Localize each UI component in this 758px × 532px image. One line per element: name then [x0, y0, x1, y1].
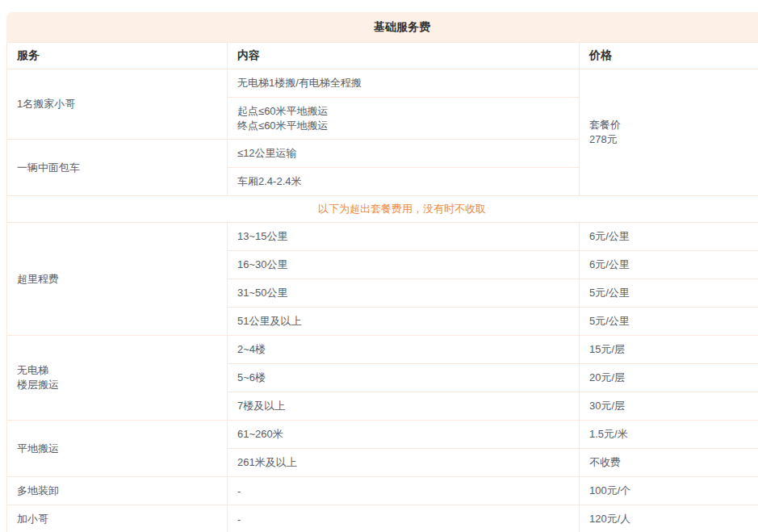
service-name: 多地装卸: [7, 477, 228, 505]
content-cell: 无电梯1楼搬/有电梯全程搬: [228, 69, 580, 98]
content-cell: -: [228, 477, 580, 505]
price-cell: 5元/公里: [580, 279, 758, 308]
price-cell: 6元/公里: [580, 251, 758, 279]
content-cell: ≤12公里运输: [228, 140, 580, 168]
service-name: 1名搬家小哥: [7, 69, 228, 140]
content-cell: 261米及以上: [228, 449, 580, 477]
service-name: 无电梯 楼层搬运: [7, 336, 228, 421]
table-row: 平地搬运 61~260米 1.5元/米: [7, 421, 758, 449]
pricing-page: 基础服务费 服务 内容 价格 1名搬家小哥 无电梯1楼搬/有电梯全程搬 套餐价 …: [0, 0, 758, 532]
content-cell: -: [228, 505, 580, 532]
banner-row: 以下为超出套餐费用，没有时不收取: [7, 196, 758, 223]
column-header-service: 服务: [7, 43, 228, 69]
package-price-cell: 套餐价 278元: [580, 69, 758, 196]
price-cell: 6元/公里: [580, 223, 758, 251]
content-cell: 31~50公里: [228, 279, 580, 308]
price-cell: 1.5元/米: [580, 421, 758, 449]
content-cell: 车厢2.4-2.4米: [228, 168, 580, 196]
price-cell: 30元/层: [580, 392, 758, 421]
service-name: 一辆中面包车: [7, 140, 228, 196]
pricing-table-container: 基础服务费 服务 内容 价格 1名搬家小哥 无电梯1楼搬/有电梯全程搬 套餐价 …: [6, 12, 758, 532]
service-name: 超里程费: [7, 223, 228, 336]
price-cell: 20元/层: [580, 364, 758, 392]
content-cell: 5~6楼: [228, 364, 580, 392]
content-cell: 7楼及以上: [228, 392, 580, 421]
content-cell: 起点≤60米平地搬运 终点≤60米平地搬运: [228, 98, 580, 140]
column-header-row: 服务 内容 价格: [7, 43, 758, 69]
content-cell: 61~260米: [228, 421, 580, 449]
table-title-bar: 基础服务费: [6, 12, 758, 42]
price-cell: 不收费: [580, 449, 758, 477]
column-header-content: 内容: [228, 43, 580, 69]
price-cell: 120元/人: [580, 505, 758, 532]
price-cell: 5元/公里: [580, 308, 758, 336]
table-row: 超里程费 13~15公里 6元/公里: [7, 223, 758, 251]
content-cell: 51公里及以上: [228, 308, 580, 336]
price-cell: 15元/层: [580, 336, 758, 364]
extra-fee-banner: 以下为超出套餐费用，没有时不收取: [7, 196, 758, 223]
table-row: 多地装卸 - 100元/个: [7, 477, 758, 505]
content-cell: 13~15公里: [228, 223, 580, 251]
table-row: 加小哥 - 120元/人: [7, 505, 758, 532]
table-title: 基础服务费: [374, 20, 430, 35]
table-row: 无电梯 楼层搬运 2~4楼 15元/层: [7, 336, 758, 364]
column-header-price: 价格: [580, 43, 758, 69]
pricing-table: 服务 内容 价格 1名搬家小哥 无电梯1楼搬/有电梯全程搬 套餐价 278元 起…: [6, 42, 758, 532]
service-name: 加小哥: [7, 505, 228, 532]
content-cell: 16~30公里: [228, 251, 580, 279]
content-cell: 2~4楼: [228, 336, 580, 364]
price-cell: 100元/个: [580, 477, 758, 505]
table-row: 1名搬家小哥 无电梯1楼搬/有电梯全程搬 套餐价 278元: [7, 69, 758, 98]
service-name: 平地搬运: [7, 421, 228, 477]
